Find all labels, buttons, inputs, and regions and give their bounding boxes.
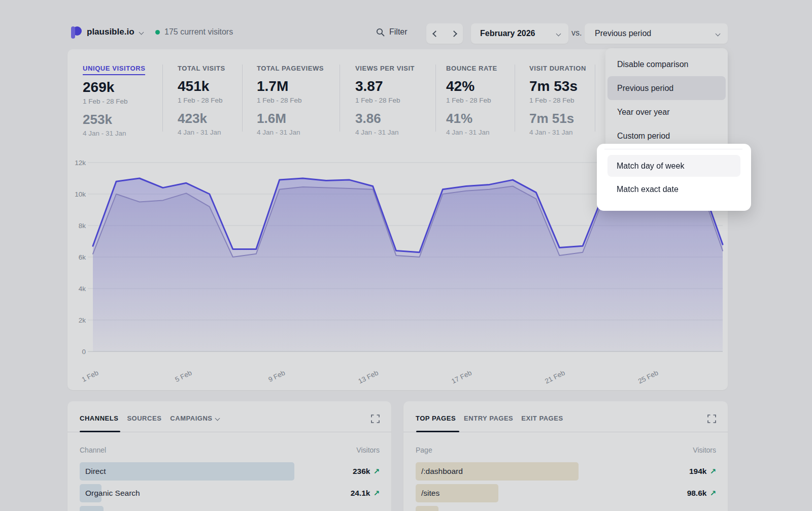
match-option-item[interactable]: Match exact date <box>607 178 740 200</box>
divider <box>604 149 742 149</box>
match-options-popup: Match day of weekMatch exact date <box>597 144 751 211</box>
match-options: Match day of weekMatch exact date <box>607 155 740 202</box>
dim-overlay <box>0 0 812 511</box>
match-option-item[interactable]: Match day of week <box>607 155 740 177</box>
